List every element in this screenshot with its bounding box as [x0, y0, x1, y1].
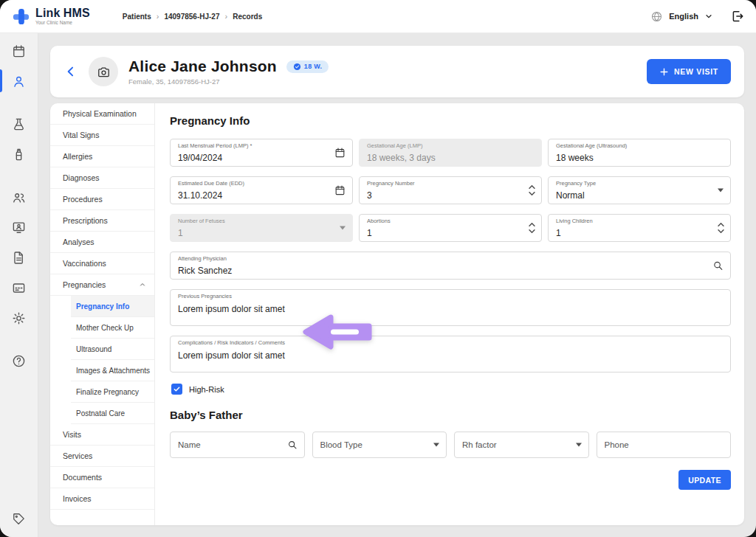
breadcrumb-patient-id[interactable]: 14097856-HJ-27	[164, 13, 219, 21]
father-phone-input[interactable]	[597, 440, 731, 449]
menu-item-visits[interactable]: Visits	[50, 424, 154, 446]
pharmacy-icon[interactable]	[0, 146, 38, 162]
search-icon[interactable]	[287, 440, 298, 450]
previous-pregnancies-field[interactable]: Previous Pregnancies Lorem ipsum dolor s…	[170, 289, 731, 326]
calendar-icon[interactable]	[334, 148, 346, 159]
father-blood-type-select[interactable]	[313, 440, 447, 449]
living-children-field[interactable]: Living Children 1	[548, 214, 731, 242]
hr-icon[interactable]	[0, 189, 38, 205]
breadcrumb-separator	[157, 12, 159, 21]
update-button[interactable]: UPDATE	[678, 470, 731, 490]
pregnancy-type-field[interactable]: Pregnancy Type Normal	[548, 176, 731, 204]
menu-item-label: Allergies	[63, 152, 92, 161]
high-risk-checkbox[interactable]	[171, 384, 182, 395]
menu-item-documents[interactable]: Documents	[50, 467, 154, 488]
attending-physician-field[interactable]: Attending Physician Rick Sanchez	[170, 252, 731, 280]
father-name-input[interactable]	[171, 440, 304, 449]
menu-item-vital-signs[interactable]: Vital Signs	[50, 125, 154, 146]
field-value: Normal	[556, 191, 708, 200]
dropdown-caret-icon[interactable]	[576, 443, 582, 447]
annotation-arrow-left	[300, 310, 374, 354]
menu-item-physical-examination[interactable]: Physical Examination	[50, 103, 154, 125]
complications-field[interactable]: Complications / Risk Indicators / Commen…	[170, 336, 731, 373]
form-actions: UPDATE	[170, 470, 731, 490]
calendar-icon[interactable]	[334, 185, 346, 196]
chevron-down-icon[interactable]	[704, 12, 713, 21]
form-title: Pregnancy Info	[170, 114, 731, 127]
new-visit-button[interactable]: NEW VISIT	[647, 59, 731, 84]
patients-icon[interactable]	[0, 73, 38, 89]
pricing-icon[interactable]	[0, 510, 38, 527]
father-blood-type-field[interactable]	[312, 432, 447, 458]
menu-item-label: Analyses	[63, 238, 94, 246]
breadcrumb-records[interactable]: Records	[233, 13, 262, 21]
field-label: Gestational Age (LMP)	[367, 142, 519, 149]
father-phone-field[interactable]	[597, 432, 732, 458]
menu-item-label: Finalize Pregnancy	[76, 388, 139, 396]
breadcrumb-patients[interactable]: Patients	[123, 13, 151, 21]
menu-item-label: Mother Check Up	[76, 324, 134, 332]
babys-father-title: Baby’s Father	[170, 409, 731, 421]
edd-field[interactable]: Estimated Due Date (EDD) 31.10.2024	[170, 176, 353, 204]
father-rh-factor-field[interactable]	[454, 432, 589, 458]
father-rh-factor-select[interactable]	[455, 440, 588, 449]
menu-item-label: Vaccinations	[63, 259, 106, 268]
babys-father-row	[170, 432, 731, 458]
globe-icon	[650, 10, 663, 23]
menu-item-label: Pregnancies	[63, 280, 106, 289]
gestation-badge-label: 18 W.	[304, 63, 323, 70]
icon-rail	[0, 33, 38, 537]
search-icon[interactable]	[712, 260, 724, 271]
schedule-icon[interactable]	[0, 43, 38, 59]
menu-item-vaccinations[interactable]: Vaccinations	[50, 253, 154, 274]
workstation-icon[interactable]	[0, 219, 38, 235]
pregnancy-info-form: Pregnancy Info Last Menstrual Period (LM…	[155, 103, 744, 525]
menu-item-images-attachments[interactable]: Images & Attachments	[71, 360, 154, 381]
menu-item-diagnoses[interactable]: Diagnoses	[50, 167, 154, 189]
menu-item-invoices[interactable]: Invoices	[50, 488, 154, 510]
dropdown-caret-icon[interactable]	[718, 189, 724, 193]
abortions-field[interactable]: Abortions 1	[359, 214, 542, 242]
settings-icon[interactable]	[0, 310, 38, 326]
dropdown-caret-icon[interactable]	[433, 443, 439, 447]
pregnancy-number-field[interactable]: Pregnancy Number 3	[359, 176, 542, 204]
back-button[interactable]	[63, 64, 78, 79]
field-label: Attending Physician	[178, 255, 708, 262]
number-stepper[interactable]	[529, 185, 535, 196]
logout-icon[interactable]	[731, 10, 744, 23]
patient-avatar[interactable]	[89, 57, 118, 86]
father-name-field[interactable]	[170, 432, 305, 458]
number-stepper[interactable]	[529, 223, 535, 234]
menu-item-label: Visits	[63, 430, 81, 439]
help-icon[interactable]	[0, 353, 38, 369]
menu-item-ultrasound[interactable]: Ultrasound	[71, 339, 154, 360]
menu-item-finalize-pregnancy[interactable]: Finalize Pregnancy	[71, 381, 154, 403]
field-value: 1	[367, 229, 519, 238]
field-label: Number of Fetuses	[178, 218, 330, 224]
menu-item-procedures[interactable]: Procedures	[50, 189, 154, 210]
menu-item-allergies[interactable]: Allergies	[50, 146, 154, 167]
menu-item-analyses[interactable]: Analyses	[50, 232, 154, 253]
field-value: Lorem ipsum dolor sit amet	[178, 305, 723, 313]
new-visit-label: NEW VISIT	[674, 67, 718, 76]
menu-item-label: Documents	[63, 473, 102, 482]
gestational-age-ultrasound-field[interactable]: Gestational Age (Ultrasound) 18 weeks	[548, 139, 731, 167]
language-selector[interactable]: English	[669, 12, 698, 21]
laboratory-icon[interactable]	[0, 116, 38, 132]
number-stepper[interactable]	[718, 223, 724, 234]
documents-icon[interactable]	[0, 249, 38, 266]
dropdown-caret-icon	[340, 226, 346, 230]
app-window: Link HMS Your Clinic Name Patients 14097…	[0, 0, 756, 537]
breadcrumb-separator	[225, 12, 228, 21]
menu-item-pregnancy-info[interactable]: Pregnancy Info	[71, 296, 154, 317]
billing-icon[interactable]	[0, 280, 38, 296]
app-logo[interactable]: Link HMS Your Clinic Name	[12, 7, 90, 26]
field-value: 1	[178, 229, 330, 238]
menu-item-mother-check-up[interactable]: Mother Check Up	[71, 317, 154, 339]
field-value: 1	[556, 229, 708, 238]
menu-item-postnatal-care[interactable]: Postnatal Care	[71, 403, 154, 424]
menu-item-prescriptions[interactable]: Prescriptions	[50, 210, 154, 232]
menu-item-services[interactable]: Services	[50, 446, 154, 467]
lmp-field[interactable]: Last Menstrual Period (LMP) * 19/04/2024	[170, 139, 353, 167]
menu-item-pregnancies[interactable]: Pregnancies	[50, 274, 154, 296]
